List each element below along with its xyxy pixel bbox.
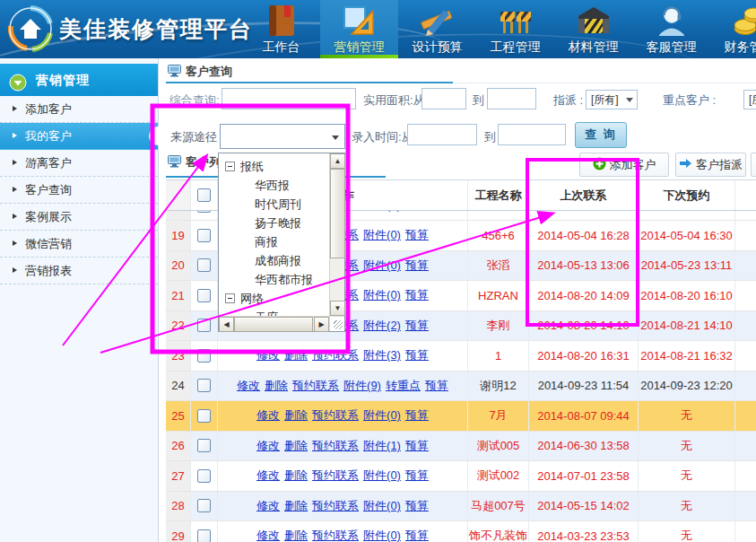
op-link-预算[interactable]: 预算 [405, 528, 429, 542]
op-link-预算[interactable]: 预算 [405, 407, 429, 424]
op-link-删除[interactable]: 删除 [265, 378, 288, 394]
comprehensive-query-input[interactable] [222, 88, 356, 109]
op-link-附件(0)[interactable]: 附件(0) [363, 468, 401, 484]
op-link-预约联系[interactable]: 预约联系 [312, 498, 359, 514]
assign-select[interactable]: [所有] [586, 90, 638, 109]
sidebar-item-营销报表[interactable]: 营销报表 [0, 258, 158, 284]
scroll-left-button[interactable]: ◀ [219, 317, 234, 332]
vertical-scrollbar[interactable]: ▲ ▼ [329, 153, 344, 316]
op-link-预约联系[interactable]: 预约联系 [312, 438, 359, 454]
sidebar-section-header[interactable]: 营销管理 [0, 64, 158, 96]
tree-item-成都商报[interactable]: 成都商报 [219, 251, 329, 270]
horizontal-scroll-thumb[interactable] [234, 317, 313, 332]
scroll-down-button[interactable]: ▼ [330, 301, 345, 316]
nav-tab-工作台[interactable]: 工作台 [242, 0, 320, 58]
sidebar-item-游离客户[interactable]: 游离客户 [0, 150, 158, 177]
op-link-附件(1)[interactable]: 附件(1) [363, 438, 401, 454]
op-link-附件(0)[interactable]: 附件(0) [363, 407, 401, 424]
tree-group-网络[interactable]: 网络 [219, 289, 329, 308]
sidebar-item-微信营销[interactable]: 微信营销 [0, 231, 158, 258]
row-checkbox[interactable] [197, 379, 211, 392]
row-checkbox[interactable] [197, 258, 211, 272]
op-link-预算[interactable]: 预算 [405, 468, 429, 484]
scroll-up-button[interactable]: ▲ [330, 153, 345, 169]
resize-grip[interactable] [329, 316, 344, 331]
row-checkbox[interactable] [197, 289, 211, 302]
op-link-预约联系[interactable]: 预约联系 [292, 378, 339, 394]
search-button[interactable]: 查 询 [575, 122, 627, 148]
time-to-input[interactable] [498, 124, 566, 145]
op-link-附件(0)[interactable]: 附件(0) [363, 227, 401, 243]
collapse-minus-icon[interactable] [225, 162, 235, 171]
tree-item-天府[interactable]: 天府 [219, 308, 329, 316]
collapse-minus-icon[interactable] [225, 293, 235, 303]
sidebar-item-案例展示[interactable]: 案例展示 [0, 204, 158, 231]
op-link-预约联系[interactable]: 预约联系 [312, 407, 359, 424]
tree-item-时代周刊[interactable]: 时代周刊 [219, 195, 329, 214]
op-link-预算[interactable]: 预算 [405, 347, 429, 363]
op-link-附件(2)[interactable]: 附件(2) [363, 318, 401, 334]
row-checkbox[interactable] [197, 319, 211, 332]
op-link-预约联系[interactable]: 预约联系 [312, 468, 359, 484]
scroll-right-button[interactable]: ▶ [314, 317, 329, 332]
op-link-附件(0)[interactable]: 附件(0) [363, 287, 401, 303]
op-link-预约联系[interactable]: 预约联系 [312, 528, 359, 542]
op-link-删除[interactable]: 删除 [284, 438, 308, 454]
clipped-button[interactable] [751, 153, 756, 177]
assign-customer-button[interactable]: 客户指派 [675, 153, 746, 177]
row-checkbox[interactable] [197, 469, 211, 483]
op-link-附件(0)[interactable]: 附件(0) [363, 258, 401, 274]
op-link-预算[interactable]: 预算 [405, 498, 429, 514]
op-link-修改[interactable]: 修改 [256, 438, 280, 454]
source-path-combobox[interactable] [220, 124, 345, 149]
time-from-input[interactable] [407, 124, 477, 145]
sidebar-item-我的客户[interactable]: 我的客户 [0, 123, 158, 150]
tree-item-华西报[interactable]: 华西报 [219, 176, 329, 195]
row-checkbox[interactable] [197, 229, 211, 242]
op-link-删除[interactable]: 删除 [284, 407, 308, 424]
op-link-预算[interactable]: 预算 [405, 227, 429, 243]
area-from-input[interactable] [421, 88, 466, 109]
op-link-附件(9)[interactable]: 附件(9) [343, 378, 381, 394]
op-link-预算[interactable]: 预算 [405, 211, 429, 214]
op-link-修改[interactable]: 修改 [256, 468, 280, 484]
tree-group-报纸[interactable]: 报纸 [219, 157, 329, 176]
row-checkbox[interactable] [197, 439, 211, 452]
op-link-删除[interactable]: 删除 [284, 498, 308, 514]
row-checkbox[interactable] [197, 349, 211, 363]
horizontal-scrollbar[interactable]: ◀ ▶ [219, 316, 329, 331]
vip-select[interactable]: [所有] [743, 90, 756, 109]
nav-tab-客服管理[interactable]: 客服管理 [632, 0, 710, 58]
tree-item-华西都市报[interactable]: 华西都市报 [219, 270, 329, 289]
tree-item-扬子晚报[interactable]: 扬子晚报 [219, 214, 329, 232]
op-link-删除[interactable]: 删除 [284, 468, 308, 484]
row-checkbox[interactable] [197, 211, 211, 213]
nav-tab-营销管理[interactable]: 营销管理 [320, 0, 398, 58]
sidebar-item-客户查询[interactable]: 客户查询 [0, 177, 158, 204]
op-link-转重点[interactable]: 转重点 [386, 378, 421, 394]
op-link-修改[interactable]: 修改 [256, 498, 280, 514]
op-link-修改[interactable]: 修改 [256, 347, 280, 363]
op-link-预算[interactable]: 预算 [425, 378, 448, 394]
add-customer-button[interactable]: 添加客户 [579, 153, 669, 177]
row-checkbox[interactable] [197, 499, 211, 512]
op-link-修改[interactable]: 修改 [256, 407, 280, 424]
vertical-scroll-thumb[interactable] [330, 169, 345, 258]
op-link-修改[interactable]: 修改 [237, 378, 260, 394]
nav-tab-财务管理[interactable]: 财务管理 [710, 0, 756, 58]
nav-tab-材料管理[interactable]: 材料管理 [554, 0, 632, 58]
op-link-预约联系[interactable]: 预约联系 [312, 347, 359, 363]
op-link-预算[interactable]: 预算 [405, 258, 429, 274]
tree-item-商报[interactable]: 商报 [219, 232, 329, 251]
nav-tab-工程管理[interactable]: 工程管理 [476, 0, 554, 58]
row-checkbox[interactable] [197, 409, 211, 423]
op-link-预算[interactable]: 预算 [405, 438, 429, 454]
area-to-input[interactable] [487, 88, 536, 109]
op-link-附件(0)[interactable]: 附件(0) [363, 211, 401, 214]
op-link-附件(0)[interactable]: 附件(0) [363, 498, 401, 514]
row-checkbox[interactable] [197, 529, 211, 542]
op-link-删除[interactable]: 删除 [284, 347, 308, 363]
op-link-预算[interactable]: 预算 [405, 287, 429, 303]
op-link-修改[interactable]: 修改 [256, 528, 280, 542]
op-link-预算[interactable]: 预算 [405, 318, 429, 334]
